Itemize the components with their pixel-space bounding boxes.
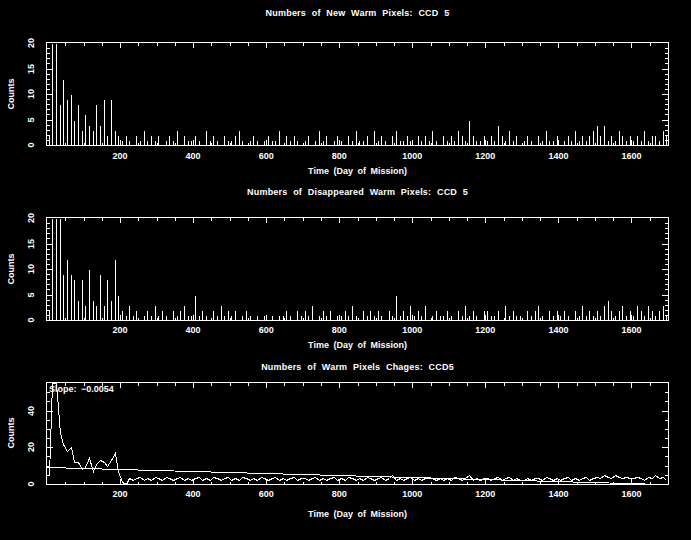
x-axis-label: Time (Day of Mission) <box>46 509 669 519</box>
y-tick-label: 40 <box>26 406 36 416</box>
y-tick-label: 0 <box>26 481 36 486</box>
fit-line <box>48 468 664 485</box>
x-tick-label: 600 <box>259 489 274 499</box>
figure: Numbers of New Warm Pixels: CCD 5 Counts… <box>0 0 691 540</box>
x-tick-label: 1000 <box>402 489 422 499</box>
x-tick-label: 1400 <box>548 489 568 499</box>
x-tick-label: 200 <box>113 489 128 499</box>
axis-box <box>47 383 669 485</box>
chart-title: Numbers of Warm Pixels Chages: CCD5 <box>46 362 669 372</box>
y-tick-label: 20 <box>26 442 36 452</box>
x-tick-label: 1200 <box>475 489 495 499</box>
panel-warm-pixels-changes: Numbers of Warm Pixels Chages: CCD5 Coun… <box>0 0 691 540</box>
y-axis-label: Counts <box>6 418 16 449</box>
slope-annotation: Slope: −0.0054 <box>49 384 114 394</box>
plot-area-2 <box>46 382 669 485</box>
x-tick-label: 800 <box>332 489 347 499</box>
x-tick-label: 1600 <box>621 489 641 499</box>
x-tick-label: 400 <box>186 489 201 499</box>
data-line <box>50 384 667 485</box>
